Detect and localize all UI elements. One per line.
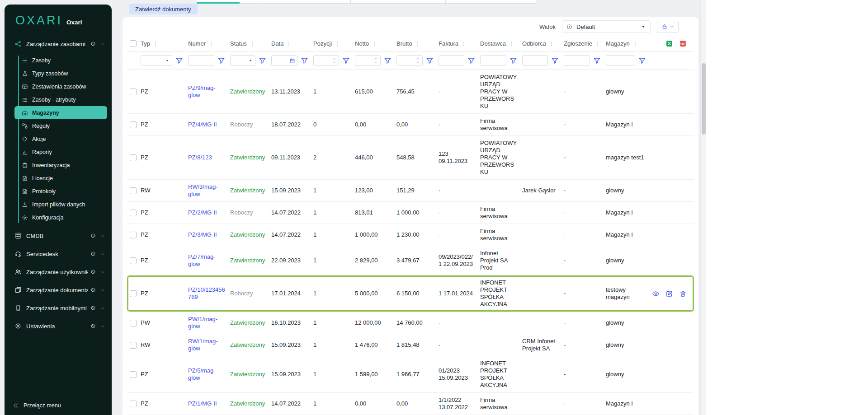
filter-input-netto[interactable] xyxy=(355,55,381,66)
filter-input-brutto[interactable] xyxy=(396,55,423,66)
document-link[interactable]: PZ/10/123456789 xyxy=(188,286,225,300)
filter-input-typ[interactable] xyxy=(141,55,172,66)
filter-input-dostawca[interactable] xyxy=(480,55,506,66)
select-all-checkbox[interactable] xyxy=(130,40,137,47)
view-document-button[interactable] xyxy=(652,290,660,298)
column-menu-icon[interactable] xyxy=(461,41,467,47)
lock-button[interactable] xyxy=(657,21,679,33)
approve-documents-button[interactable]: Zatwierdź dokumenty xyxy=(129,4,198,14)
number-spinner[interactable] xyxy=(415,57,420,64)
document-link[interactable]: PZ/9/mag-glow xyxy=(188,84,216,98)
sidebar-section-servicedesk[interactable]: Servicedesk xyxy=(5,245,112,263)
number-spinner[interactable] xyxy=(332,57,337,64)
column-menu-icon[interactable] xyxy=(371,41,377,47)
document-link[interactable]: PZ/1/MG-II xyxy=(188,400,217,407)
row-checkbox[interactable] xyxy=(130,371,137,378)
sidebar-section-zarzadzanie-zasobami[interactable]: Zarządzanie zasobami xyxy=(5,35,112,53)
column-menu-icon[interactable] xyxy=(208,41,214,47)
row-checkbox[interactable] xyxy=(130,257,137,264)
document-link[interactable]: PZ/8/123 xyxy=(188,154,212,161)
document-link[interactable]: PW/1/mag-glow xyxy=(188,316,217,330)
sidebar-item-zasoby-atrybuty[interactable]: Zasoby - atrybuty xyxy=(14,93,107,106)
sidebar-item-magazyny[interactable]: Magazyny xyxy=(14,106,107,119)
cell-numer: RW/1/mag-glow xyxy=(188,334,230,356)
document-link[interactable]: PZ/7/mag-glow xyxy=(188,253,216,267)
sidebar-section-zarzadzanie-dokumentami[interactable]: Zarządzanie dokumentami xyxy=(5,281,112,299)
document-link[interactable]: RW/3/mag-glow xyxy=(188,183,218,197)
row-checkbox[interactable] xyxy=(130,290,137,297)
column-menu-icon[interactable] xyxy=(334,41,340,47)
document-link[interactable]: PZ/3/MG-II xyxy=(188,231,217,238)
sidebar-item-raporty[interactable]: Raporty xyxy=(14,145,107,159)
row-checkbox[interactable] xyxy=(130,154,137,161)
column-menu-icon[interactable] xyxy=(286,41,292,47)
filter-button[interactable] xyxy=(425,56,434,65)
tab-stub-active[interactable] xyxy=(197,0,240,4)
sidebar-item-protokoly[interactable]: Protokoły xyxy=(14,185,107,198)
filter-button[interactable] xyxy=(593,56,601,65)
toggle-menu[interactable]: Przełącz menu xyxy=(5,397,112,415)
scrollbar-thumb[interactable] xyxy=(702,63,706,135)
document-link[interactable]: PZ/4/MG-II xyxy=(188,121,217,128)
row-checkbox[interactable] xyxy=(130,89,137,95)
filter-input-status[interactable] xyxy=(230,55,255,66)
sidebar-section-zarzadzanie-mobilnymi[interactable]: Zarządzanie mobilnymi xyxy=(5,299,112,317)
sidebar-item-zestawienia-zasobow[interactable]: Zestawienia zasobów xyxy=(14,80,107,93)
row-checkbox[interactable] xyxy=(130,320,137,326)
column-menu-icon[interactable] xyxy=(632,41,638,47)
filter-button[interactable] xyxy=(383,56,392,65)
row-checkbox[interactable] xyxy=(130,342,137,349)
row-checkbox[interactable] xyxy=(130,187,137,194)
sidebar-section-ustawienia[interactable]: Ustawienia xyxy=(5,317,112,335)
column-menu-icon[interactable] xyxy=(508,41,514,47)
cell-text: 1 xyxy=(313,231,316,238)
sidebar-section-cmdb[interactable]: CMDB xyxy=(5,227,112,245)
excel-export-icon[interactable] xyxy=(665,40,673,47)
sidebar-item-licencje[interactable]: Licencje xyxy=(14,172,107,185)
delete-document-button[interactable] xyxy=(679,290,687,298)
filter-button[interactable] xyxy=(551,56,559,65)
sidebar-item-zasoby[interactable]: Zasoby xyxy=(14,54,107,67)
document-link[interactable]: PZ/5/mag-glow xyxy=(188,367,216,381)
filter-button[interactable] xyxy=(342,56,350,65)
view-preset-select[interactable]: Default xyxy=(562,20,651,33)
column-menu-icon[interactable] xyxy=(415,41,421,47)
filter-button[interactable] xyxy=(467,56,476,65)
filter-input-pozycji[interactable] xyxy=(313,55,339,66)
filter-input-data[interactable] xyxy=(271,55,297,66)
column-menu-icon[interactable] xyxy=(152,41,159,47)
sidebar-item-akcje[interactable]: Akcje xyxy=(14,132,107,145)
sidebar-item-inwentaryzacja[interactable]: Inwentaryzacja xyxy=(14,159,107,172)
filter-input-faktura[interactable] xyxy=(439,55,464,66)
filter-button[interactable] xyxy=(217,56,226,65)
filter-input-numer[interactable] xyxy=(188,55,214,66)
filter-input-odbiorca[interactable] xyxy=(522,55,548,66)
sidebar-item-typy-zasobow[interactable]: Typy zasobów xyxy=(14,67,107,80)
document-link[interactable]: PZ/2/MG-II xyxy=(188,209,217,216)
number-spinner[interactable] xyxy=(373,57,378,64)
column-menu-icon[interactable] xyxy=(594,41,601,47)
sidebar-item-konfiguracja[interactable]: Konfiguracja xyxy=(14,211,107,224)
row-checkbox[interactable] xyxy=(130,121,137,128)
filter-button[interactable] xyxy=(258,56,267,65)
cell-text: glowny xyxy=(606,88,624,95)
sidebar-item-reguly[interactable]: Reguły xyxy=(14,119,107,132)
filter-button[interactable] xyxy=(300,56,309,65)
document-link[interactable]: RW/1/mag-glow xyxy=(188,338,218,352)
filter-button[interactable] xyxy=(175,56,184,65)
filter-button[interactable] xyxy=(638,56,646,65)
vertical-scrollbar[interactable] xyxy=(700,0,706,415)
row-checkbox[interactable] xyxy=(130,401,137,407)
filter-input-magazyn[interactable] xyxy=(606,55,635,66)
column-menu-icon[interactable] xyxy=(548,41,555,47)
edit-document-button[interactable] xyxy=(665,290,673,298)
sidebar-item-import-plikow-danych[interactable]: Import plików danych xyxy=(14,198,107,211)
row-checkbox[interactable] xyxy=(130,232,137,238)
row-checkbox[interactable] xyxy=(130,210,137,216)
column-menu-icon[interactable] xyxy=(249,41,255,47)
sidebar-section-zarzadzanie-uzytkownikami[interactable]: Zarządzanie użytkownikami xyxy=(5,263,112,281)
cell-zgloszenie: - xyxy=(564,150,606,165)
filter-input-zgloszenie[interactable] xyxy=(564,55,590,66)
filter-button[interactable] xyxy=(509,56,518,65)
pdf-export-icon[interactable]: PDF xyxy=(679,40,687,47)
